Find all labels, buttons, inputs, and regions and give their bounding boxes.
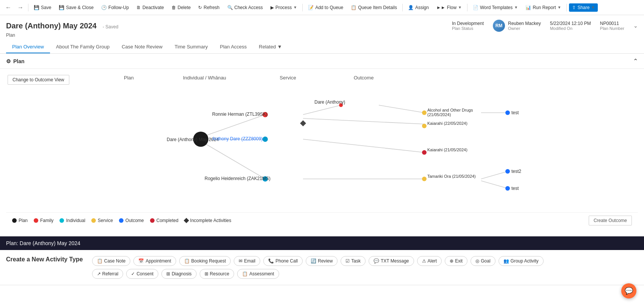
group-icon: 👥 xyxy=(503,258,509,264)
legend-incomplete: Incomplete Activities xyxy=(184,218,231,223)
check-access-button[interactable]: 🔍 Check Access xyxy=(224,3,266,12)
svg-marker-15 xyxy=(300,120,306,126)
assign-button[interactable]: 👤 Assign xyxy=(405,3,432,12)
word-templates-button[interactable]: 📄 Word Templates ▼ xyxy=(470,3,521,12)
forward-button[interactable]: → xyxy=(15,3,26,12)
diagnosis-button[interactable]: ⊞ Diagnosis xyxy=(161,269,197,279)
consent-button[interactable]: ✓ Consent xyxy=(126,269,158,279)
refresh-button[interactable]: ↻ Refresh xyxy=(195,3,222,12)
exit-button[interactable]: ⊕ Exit xyxy=(445,256,467,266)
svg-text:Alcohol and Other Drugs: Alcohol and Other Drugs xyxy=(427,108,473,112)
modified-label: Modified On xyxy=(550,26,591,31)
tab-time-summary[interactable]: Time Summary xyxy=(169,41,214,53)
record-title: Dare (Anthony) May 2024 xyxy=(6,22,97,30)
svg-text:Rogelio Heidenreich (ZAK21MS): Rogelio Heidenreich (ZAK21MS) xyxy=(205,176,270,181)
assign-icon: 👤 xyxy=(408,5,414,10)
resource-button[interactable]: ⊞ Resource xyxy=(200,269,234,279)
col-plan: Plan xyxy=(95,75,163,81)
create-outcome-button[interactable]: Create Outcome xyxy=(589,216,632,225)
toolbar-separator-5 xyxy=(566,4,567,11)
svg-text:Tamariki Ora (21/05/2024): Tamariki Ora (21/05/2024) xyxy=(427,174,476,179)
create-activity-title: Create a New Activity Type xyxy=(6,256,83,263)
save-close-icon: 💾 xyxy=(59,5,64,10)
deactivate-icon: 🗎 xyxy=(136,5,141,10)
goal-button[interactable]: ◎ Goal xyxy=(470,256,495,266)
booking-request-button[interactable]: 📋 Booking Request xyxy=(179,256,231,266)
booking-icon: 📋 xyxy=(184,258,190,264)
legend: Plan Family Individual Service Outcome xyxy=(6,212,638,230)
activity-buttons-row1: 📋 Case Note 📅 Appointment 📋 Booking Requ… xyxy=(92,256,638,266)
add-queue-icon: 📝 xyxy=(308,5,314,10)
review-button[interactable]: 🔄 Review xyxy=(306,256,338,266)
flow-diagram: Change to Outcome View Plan Individual /… xyxy=(0,69,644,236)
run-report-button[interactable]: 📊 Run Report ▼ xyxy=(522,3,564,12)
share-chevron-icon: ▼ xyxy=(591,5,595,9)
legend-outcome-dot xyxy=(119,218,123,223)
svg-text:test: test xyxy=(511,110,519,115)
main-content: ⚙ Plan ⌃ Change to Outcome View Plan Ind… xyxy=(0,54,644,285)
group-activity-button[interactable]: 👥 Group Activity xyxy=(499,256,544,266)
svg-point-17 xyxy=(422,110,427,115)
plan-number-label: Plan Number xyxy=(600,26,624,31)
plan-dark-header: Plan: Dare (Anthony) May 2024 xyxy=(0,236,644,250)
referral-button[interactable]: ↗ Referral xyxy=(92,269,123,279)
flow-button[interactable]: ►► Flow ▼ xyxy=(433,3,465,12)
phone-call-button[interactable]: 📞 Phone Call xyxy=(263,256,303,266)
owner-block: RM Reuben Mackey Owner xyxy=(493,20,541,32)
svg-text:Dare (Anthony) May 2024: Dare (Anthony) May 2024 xyxy=(167,137,219,142)
review-icon: 🔄 xyxy=(311,258,316,264)
flow-icon: ►► xyxy=(436,5,445,10)
queue-details-button[interactable]: 📋 Queue Item Details xyxy=(348,3,400,12)
plan-section-icon: ⚙ xyxy=(6,58,11,64)
alert-icon: ⚠ xyxy=(422,258,426,264)
svg-line-4 xyxy=(379,105,424,113)
tab-family-group[interactable]: About The Family Group xyxy=(50,41,116,53)
process-button[interactable]: ▶ Process ▼ xyxy=(267,3,300,12)
toolbar-separator-2 xyxy=(302,4,303,11)
create-activity-section: Create a New Activity Type 📋 Case Note 📅… xyxy=(0,250,644,285)
process-chevron-icon: ▼ xyxy=(293,5,297,9)
txt-message-button[interactable]: 💬 TXT Message xyxy=(369,256,414,266)
referral-icon: ↗ xyxy=(97,271,101,276)
email-icon: ✉ xyxy=(239,258,242,264)
appointment-button[interactable]: 📅 Appointment xyxy=(133,256,176,266)
add-queue-button[interactable]: 📝 Add to Queue xyxy=(305,3,346,12)
assessment-button[interactable]: 📋 Assessment xyxy=(237,269,279,279)
tab-case-note-review[interactable]: Case Note Review xyxy=(116,41,169,53)
case-note-button[interactable]: 📋 Case Note xyxy=(92,256,131,266)
task-button[interactable]: ☑ Task xyxy=(341,256,366,266)
svg-point-23 xyxy=(505,186,510,191)
save-button[interactable]: 💾 Save xyxy=(31,3,54,12)
consent-icon: ✓ xyxy=(131,271,135,276)
follow-up-button[interactable]: 🕑 Follow-Up xyxy=(98,3,132,12)
alert-button[interactable]: ⚠ Alert xyxy=(417,256,442,266)
change-view-button[interactable]: Change to Outcome View xyxy=(8,75,69,85)
column-labels: Plan Individual / Whānau Service Outcome xyxy=(95,75,398,81)
legend-individual: Individual xyxy=(59,218,85,223)
svg-text:test: test xyxy=(511,186,519,191)
share-button[interactable]: ⇧ Share ▼ xyxy=(569,3,598,12)
goal-icon: ◎ xyxy=(475,258,479,264)
report-icon: 📊 xyxy=(525,5,531,10)
save-close-button[interactable]: 💾 Save & Close xyxy=(56,3,97,12)
legend-family-dot xyxy=(34,218,38,223)
back-button[interactable]: ← xyxy=(3,3,14,12)
svg-line-0 xyxy=(201,115,265,137)
word-chevron-icon: ▼ xyxy=(514,5,518,9)
col-service: Service xyxy=(246,75,330,81)
tab-plan-overview[interactable]: Plan Overview xyxy=(6,41,50,53)
modified-meta: 5/22/2024 12:10 PM Modified On xyxy=(550,21,591,31)
follow-up-icon: 🕑 xyxy=(101,5,107,10)
collapse-record-icon[interactable]: ⌄ xyxy=(633,23,638,29)
delete-button[interactable]: 🗑 Delete xyxy=(169,3,194,12)
email-button[interactable]: ✉ Email xyxy=(234,256,260,266)
phone-icon: 📞 xyxy=(268,258,274,264)
owner-label: Owner xyxy=(508,26,541,31)
collapse-plan-icon[interactable]: ⌃ xyxy=(633,57,638,65)
legend-individual-dot xyxy=(59,218,64,223)
tab-related[interactable]: Related ▼ xyxy=(253,41,288,53)
tab-plan-access[interactable]: Plan Access xyxy=(214,41,253,53)
deactivate-button[interactable]: 🗎 Deactivate xyxy=(133,3,167,12)
svg-point-18 xyxy=(422,124,427,128)
svg-text:(21/05/2024): (21/05/2024) xyxy=(427,112,451,117)
